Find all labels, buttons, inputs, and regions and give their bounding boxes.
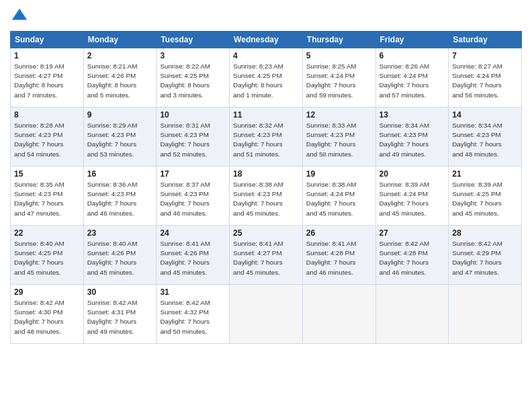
calendar-cell: 28Sunrise: 8:42 AM Sunset: 4:29 PM Dayli… bbox=[449, 226, 522, 285]
day-detail: Sunrise: 8:22 AM Sunset: 4:25 PM Dayligh… bbox=[160, 62, 226, 100]
day-detail: Sunrise: 8:42 AM Sunset: 4:29 PM Dayligh… bbox=[452, 239, 518, 277]
calendar-week-1: 1Sunrise: 8:19 AM Sunset: 4:27 PM Daylig… bbox=[11, 48, 522, 107]
calendar-cell: 9Sunrise: 8:29 AM Sunset: 4:23 PM Daylig… bbox=[83, 107, 157, 167]
day-detail: Sunrise: 8:42 AM Sunset: 4:30 PM Dayligh… bbox=[14, 298, 80, 336]
day-detail: Sunrise: 8:33 AM Sunset: 4:23 PM Dayligh… bbox=[306, 121, 372, 159]
calendar-cell: 20Sunrise: 8:39 AM Sunset: 4:24 PM Dayli… bbox=[375, 167, 449, 226]
calendar-cell: 14Sunrise: 8:34 AM Sunset: 4:23 PM Dayli… bbox=[449, 107, 522, 167]
calendar-cell: 7Sunrise: 8:27 AM Sunset: 4:24 PM Daylig… bbox=[449, 48, 522, 107]
calendar-cell: 12Sunrise: 8:33 AM Sunset: 4:23 PM Dayli… bbox=[302, 107, 375, 167]
day-number: 3 bbox=[160, 51, 226, 60]
calendar-cell: 21Sunrise: 8:39 AM Sunset: 4:25 PM Dayli… bbox=[449, 167, 522, 226]
day-detail: Sunrise: 8:36 AM Sunset: 4:23 PM Dayligh… bbox=[87, 180, 153, 218]
day-detail: Sunrise: 8:25 AM Sunset: 4:24 PM Dayligh… bbox=[306, 62, 372, 100]
day-number: 22 bbox=[14, 228, 80, 238]
day-number: 1 bbox=[14, 51, 80, 60]
day-detail: Sunrise: 8:21 AM Sunset: 4:26 PM Dayligh… bbox=[87, 62, 153, 100]
day-number: 29 bbox=[14, 287, 80, 297]
calendar-cell: 19Sunrise: 8:38 AM Sunset: 4:24 PM Dayli… bbox=[302, 167, 375, 226]
calendar-cell: 27Sunrise: 8:42 AM Sunset: 4:28 PM Dayli… bbox=[375, 226, 449, 285]
day-detail: Sunrise: 8:40 AM Sunset: 4:26 PM Dayligh… bbox=[87, 239, 153, 277]
day-detail: Sunrise: 8:27 AM Sunset: 4:24 PM Dayligh… bbox=[452, 62, 518, 100]
day-number: 21 bbox=[452, 169, 518, 179]
day-detail: Sunrise: 8:41 AM Sunset: 4:27 PM Dayligh… bbox=[233, 239, 299, 277]
calendar-cell: 16Sunrise: 8:36 AM Sunset: 4:23 PM Dayli… bbox=[83, 167, 157, 226]
col-header-monday: Monday bbox=[83, 32, 157, 48]
calendar-cell bbox=[230, 285, 303, 344]
day-number: 31 bbox=[160, 287, 226, 297]
calendar-cell: 11Sunrise: 8:32 AM Sunset: 4:23 PM Dayli… bbox=[230, 107, 303, 167]
day-number: 12 bbox=[306, 110, 372, 120]
col-header-sunday: Sunday bbox=[11, 32, 84, 48]
day-number: 9 bbox=[87, 110, 153, 120]
day-number: 2 bbox=[87, 51, 153, 60]
day-number: 30 bbox=[87, 287, 153, 297]
day-number: 15 bbox=[14, 169, 80, 179]
calendar-cell: 15Sunrise: 8:35 AM Sunset: 4:23 PM Dayli… bbox=[11, 167, 84, 226]
day-detail: Sunrise: 8:31 AM Sunset: 4:23 PM Dayligh… bbox=[160, 121, 226, 159]
day-number: 14 bbox=[452, 110, 518, 120]
logo bbox=[10, 7, 32, 26]
calendar-cell: 17Sunrise: 8:37 AM Sunset: 4:23 PM Dayli… bbox=[157, 167, 230, 226]
calendar-cell: 24Sunrise: 8:41 AM Sunset: 4:26 PM Dayli… bbox=[157, 226, 230, 285]
calendar-table: SundayMondayTuesdayWednesdayThursdayFrid… bbox=[10, 31, 522, 344]
calendar-week-4: 22Sunrise: 8:40 AM Sunset: 4:25 PM Dayli… bbox=[11, 226, 522, 285]
calendar-cell: 31Sunrise: 8:42 AM Sunset: 4:32 PM Dayli… bbox=[157, 285, 230, 344]
day-number: 23 bbox=[87, 228, 153, 238]
day-detail: Sunrise: 8:41 AM Sunset: 4:26 PM Dayligh… bbox=[160, 239, 226, 277]
calendar-cell bbox=[302, 285, 375, 344]
day-number: 18 bbox=[233, 169, 299, 179]
calendar-cell: 8Sunrise: 8:28 AM Sunset: 4:23 PM Daylig… bbox=[11, 107, 84, 167]
day-number: 19 bbox=[306, 169, 372, 179]
calendar-cell: 23Sunrise: 8:40 AM Sunset: 4:26 PM Dayli… bbox=[83, 226, 157, 285]
day-number: 7 bbox=[452, 51, 518, 60]
day-number: 8 bbox=[14, 110, 80, 120]
day-detail: Sunrise: 8:35 AM Sunset: 4:23 PM Dayligh… bbox=[14, 180, 80, 218]
day-number: 27 bbox=[380, 228, 445, 238]
col-header-wednesday: Wednesday bbox=[230, 32, 303, 48]
day-number: 4 bbox=[233, 51, 299, 60]
col-header-saturday: Saturday bbox=[449, 32, 522, 48]
day-detail: Sunrise: 8:29 AM Sunset: 4:23 PM Dayligh… bbox=[87, 121, 153, 159]
calendar-cell: 3Sunrise: 8:22 AM Sunset: 4:25 PM Daylig… bbox=[157, 48, 230, 107]
calendar-cell: 13Sunrise: 8:34 AM Sunset: 4:23 PM Dayli… bbox=[375, 107, 449, 167]
calendar-cell: 5Sunrise: 8:25 AM Sunset: 4:24 PM Daylig… bbox=[302, 48, 375, 107]
day-detail: Sunrise: 8:41 AM Sunset: 4:28 PM Dayligh… bbox=[306, 239, 372, 277]
calendar-cell: 10Sunrise: 8:31 AM Sunset: 4:23 PM Dayli… bbox=[157, 107, 230, 167]
day-detail: Sunrise: 8:38 AM Sunset: 4:24 PM Dayligh… bbox=[306, 180, 372, 218]
day-number: 17 bbox=[160, 169, 226, 179]
day-detail: Sunrise: 8:42 AM Sunset: 4:32 PM Dayligh… bbox=[160, 298, 226, 336]
day-detail: Sunrise: 8:38 AM Sunset: 4:23 PM Dayligh… bbox=[233, 180, 299, 218]
day-number: 13 bbox=[380, 110, 445, 120]
day-number: 10 bbox=[160, 110, 226, 120]
day-detail: Sunrise: 8:32 AM Sunset: 4:23 PM Dayligh… bbox=[233, 121, 299, 159]
calendar-cell bbox=[375, 285, 449, 344]
calendar-header-row: SundayMondayTuesdayWednesdayThursdayFrid… bbox=[11, 32, 522, 48]
calendar-week-2: 8Sunrise: 8:28 AM Sunset: 4:23 PM Daylig… bbox=[11, 107, 522, 167]
day-detail: Sunrise: 8:40 AM Sunset: 4:25 PM Dayligh… bbox=[14, 239, 80, 277]
day-detail: Sunrise: 8:39 AM Sunset: 4:25 PM Dayligh… bbox=[452, 180, 518, 218]
calendar-cell: 6Sunrise: 8:26 AM Sunset: 4:24 PM Daylig… bbox=[375, 48, 449, 107]
day-number: 5 bbox=[306, 51, 372, 60]
calendar-cell bbox=[449, 285, 522, 344]
logo-icon bbox=[10, 7, 29, 26]
day-detail: Sunrise: 8:28 AM Sunset: 4:23 PM Dayligh… bbox=[14, 121, 80, 159]
calendar-week-3: 15Sunrise: 8:35 AM Sunset: 4:23 PM Dayli… bbox=[11, 167, 522, 226]
day-detail: Sunrise: 8:26 AM Sunset: 4:24 PM Dayligh… bbox=[380, 62, 445, 100]
page: SundayMondayTuesdayWednesdayThursdayFrid… bbox=[0, 0, 532, 411]
header bbox=[10, 7, 522, 26]
day-detail: Sunrise: 8:42 AM Sunset: 4:31 PM Dayligh… bbox=[87, 298, 153, 336]
day-number: 16 bbox=[87, 169, 153, 179]
day-number: 11 bbox=[233, 110, 299, 120]
day-number: 24 bbox=[160, 228, 226, 238]
day-number: 26 bbox=[306, 228, 372, 238]
day-detail: Sunrise: 8:19 AM Sunset: 4:27 PM Dayligh… bbox=[14, 62, 80, 100]
day-number: 28 bbox=[452, 228, 518, 238]
calendar-cell: 1Sunrise: 8:19 AM Sunset: 4:27 PM Daylig… bbox=[11, 48, 84, 107]
day-detail: Sunrise: 8:39 AM Sunset: 4:24 PM Dayligh… bbox=[380, 180, 445, 218]
col-header-thursday: Thursday bbox=[302, 32, 375, 48]
day-number: 20 bbox=[380, 169, 445, 179]
day-number: 6 bbox=[380, 51, 445, 60]
calendar-cell: 22Sunrise: 8:40 AM Sunset: 4:25 PM Dayli… bbox=[11, 226, 84, 285]
calendar-week-5: 29Sunrise: 8:42 AM Sunset: 4:30 PM Dayli… bbox=[11, 285, 522, 344]
